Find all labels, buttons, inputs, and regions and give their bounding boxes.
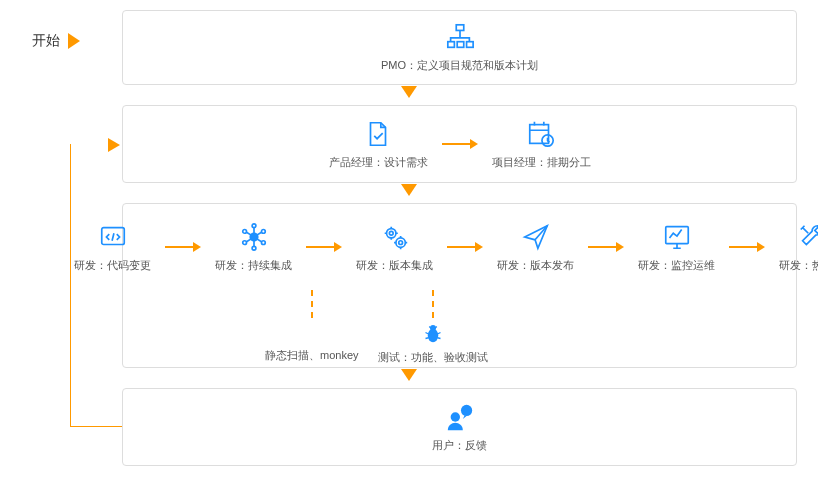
svg-rect-3 xyxy=(466,42,473,48)
node-label: PMO：定义项目规范和版本计划 xyxy=(381,58,538,73)
user-chat-icon xyxy=(445,402,475,432)
svg-point-20 xyxy=(430,325,436,331)
node-label: 研发：版本发布 xyxy=(497,258,574,273)
arrow-right-icon xyxy=(165,242,201,252)
node-label: 用户：反馈 xyxy=(432,438,487,453)
svg-rect-0 xyxy=(456,25,464,31)
node-pmo: PMO：定义项目规范和版本计划 xyxy=(381,22,538,73)
triangle-down-icon xyxy=(401,184,417,196)
connector-down xyxy=(401,369,417,381)
svg-rect-2 xyxy=(457,42,464,48)
node-label: 研发：热修复 xyxy=(779,258,818,273)
sub-node-test: 测试：功能、验收测试 xyxy=(378,286,488,365)
connector-down xyxy=(401,86,417,98)
node-label: 产品经理：设计需求 xyxy=(329,155,428,170)
start-label: 开始 xyxy=(32,32,80,50)
svg-point-14 xyxy=(386,228,395,237)
node-hotfix: 研发：热修复 xyxy=(779,222,818,273)
triangle-down-icon xyxy=(401,369,417,381)
triangle-down-icon xyxy=(401,86,417,98)
svg-point-10 xyxy=(242,240,246,244)
arrow-right-icon xyxy=(588,242,624,252)
row: PMO：定义项目规范和版本计划 xyxy=(123,11,796,84)
row: 用户：反馈 xyxy=(123,389,796,465)
stage-box-feedback: 用户：反馈 xyxy=(122,388,797,466)
svg-point-22 xyxy=(460,404,471,415)
feedback-loop-line xyxy=(70,144,122,427)
row: 研发：代码变更 研发：持续集成 研发：版本集成 研发：版本发布 xyxy=(123,204,796,282)
svg-point-8 xyxy=(242,229,246,233)
svg-point-21 xyxy=(450,412,459,421)
stage-box-plan: 产品经理：设计需求 项目经理：排期分工 xyxy=(122,105,797,183)
node-ci: 研发：持续集成 xyxy=(215,222,292,273)
arrow-right-icon xyxy=(447,242,483,252)
node-label: 项目经理：排期分工 xyxy=(492,155,591,170)
calendar-clock-icon xyxy=(526,119,556,149)
bug-icon xyxy=(421,322,445,346)
dashed-connector xyxy=(432,290,434,318)
svg-point-12 xyxy=(252,223,256,227)
node-user-feedback: 用户：反馈 xyxy=(432,402,487,453)
node-pm-design: 产品经理：设计需求 xyxy=(329,119,428,170)
gears-icon xyxy=(380,222,410,252)
svg-point-16 xyxy=(395,237,404,246)
monitor-chart-icon xyxy=(662,222,692,252)
document-edit-icon xyxy=(363,119,393,149)
send-icon xyxy=(521,222,551,252)
node-release: 研发：版本发布 xyxy=(497,222,574,273)
svg-rect-4 xyxy=(530,124,549,143)
svg-rect-1 xyxy=(447,42,454,48)
arrow-right-icon xyxy=(729,242,765,252)
feedback-arrow xyxy=(108,138,120,152)
arrow-right-icon xyxy=(442,139,478,149)
svg-point-15 xyxy=(389,231,393,235)
start-text: 开始 xyxy=(32,32,60,50)
node-monitor: 研发：监控运维 xyxy=(638,222,715,273)
network-icon xyxy=(239,222,269,252)
connector-down xyxy=(401,184,417,196)
node-label: 研发：监控运维 xyxy=(638,258,715,273)
triangle-right-icon xyxy=(68,33,80,49)
triangle-right-icon xyxy=(108,138,120,152)
row: 产品经理：设计需求 项目经理：排期分工 xyxy=(123,106,796,182)
sitemap-icon xyxy=(445,22,475,52)
node-label: 研发：版本集成 xyxy=(356,258,433,273)
arrow-right-icon xyxy=(306,242,342,252)
node-label: 研发：持续集成 xyxy=(215,258,292,273)
svg-point-17 xyxy=(398,240,402,244)
sub-node-scan: 静态扫描、monkey xyxy=(265,286,359,363)
svg-point-9 xyxy=(261,229,265,233)
node-label: 静态扫描、monkey xyxy=(265,348,359,363)
stage-box-dev: 研发：代码变更 研发：持续集成 研发：版本集成 研发：版本发布 xyxy=(122,203,797,368)
tools-icon xyxy=(797,222,818,252)
node-schedule: 项目经理：排期分工 xyxy=(492,119,591,170)
dashed-connector xyxy=(311,290,313,318)
svg-point-13 xyxy=(252,246,256,250)
stage-box-pmo: PMO：定义项目规范和版本计划 xyxy=(122,10,797,85)
svg-point-11 xyxy=(261,240,265,244)
node-label: 测试：功能、验收测试 xyxy=(378,350,488,365)
node-build: 研发：版本集成 xyxy=(356,222,433,273)
